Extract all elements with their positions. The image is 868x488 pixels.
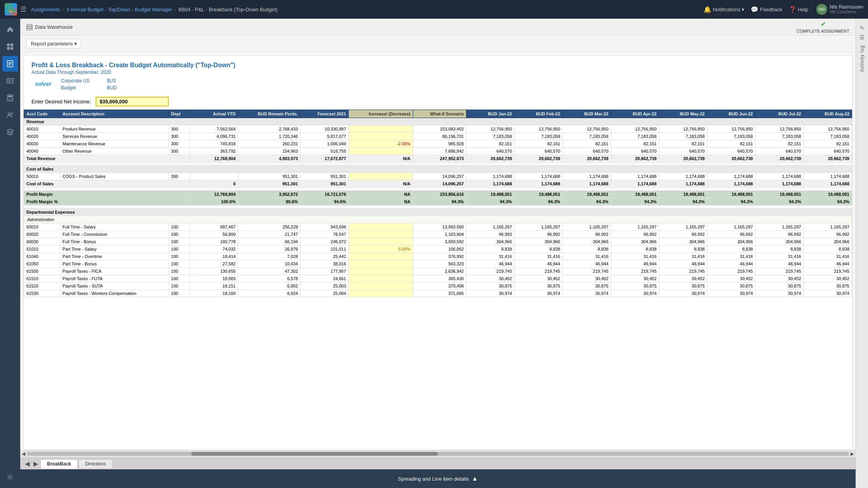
sidebar (0, 19, 20, 488)
col-actual-ytd: Actual YTD (190, 110, 238, 118)
activity-log-label: Activity log (859, 45, 865, 72)
table-row: 50010 COGS - Product Sales 300 951,301 9… (24, 173, 852, 180)
sidebar-item-people[interactable] (2, 107, 18, 123)
chevron-down-icon: ▾ (742, 7, 744, 12)
spreading-label: Spreading and Line item details (398, 476, 469, 482)
user-section[interactable]: NR Nils Rasmussen Nils CorpDemo (811, 4, 863, 15)
table-row: 60010 Full Time - Salary 100 687,467 256… (24, 223, 852, 231)
svg-point-17 (8, 98, 9, 99)
tab-nav-left[interactable]: ◀ (23, 460, 31, 467)
sidebar-item-calculator[interactable] (2, 90, 18, 106)
breadcrumb-budget[interactable]: 3 Annual Budget - Top/Down - Budget Mana… (66, 7, 172, 12)
net-income-label: Enter Desired Net Income: (31, 99, 91, 105)
complete-assignment-button[interactable]: ✔ COMPLETE ASSIGNMENT (796, 21, 849, 33)
sidebar-item-layers[interactable] (2, 124, 18, 140)
svg-point-23 (8, 113, 10, 115)
sidebar-item-table[interactable] (2, 73, 18, 89)
breadcrumb-sep-2: › (175, 7, 176, 12)
cost-of-sales-section-header: Cost of Sales (24, 166, 852, 173)
activity-log-panel: ✎ ☰ Activity log (856, 19, 868, 488)
svg-rect-6 (10, 47, 13, 50)
tab-breakback[interactable]: BreakBack (40, 459, 78, 469)
notifications-button[interactable]: 🔔 Notifications ▾ (704, 6, 745, 13)
toolbar-left: Data Warehouse (26, 24, 73, 30)
horizontal-scrollbar[interactable]: ◀ ▶ (20, 450, 856, 458)
svg-rect-26 (27, 24, 32, 26)
col-bud-remain: BUD Remain Perds. (238, 110, 300, 118)
sidebar-item-reports[interactable] (2, 56, 18, 71)
section-divider (24, 206, 852, 209)
breadcrumb-current: B604 - P&L - Breakback (Top-Down Budget) (178, 7, 278, 12)
table-row: 61010 Part Time - Salary 100 74,032 26,9… (24, 246, 852, 253)
scroll-thumb[interactable] (191, 452, 438, 456)
app-logo (5, 3, 17, 16)
toolbar: Data Warehouse ✔ COMPLETE ASSIGNMENT (20, 19, 856, 36)
nav-actions: 🔔 Notifications ▾ 💬 Feedback ❓ Help (704, 6, 809, 13)
feedback-button[interactable]: 💬 Feedback (751, 6, 782, 13)
col-bud-jun22: BUD Jun-22 (707, 110, 755, 118)
col-forecast-2021: Forecast 2021 (300, 110, 349, 118)
report-parameters-button[interactable]: Report parameters ▾ (26, 39, 81, 49)
hamburger-menu[interactable]: ☰ (20, 5, 26, 14)
company-info: solver Corporate US $US Budget BUD (31, 78, 844, 91)
table-row: 61050 Part Time - Bonus 100 27,582 10,43… (24, 260, 852, 268)
svg-point-24 (11, 113, 13, 114)
corporate-label: Corporate US (61, 78, 104, 84)
table-row: 40030 Maintenance Revenue 300 745,818 26… (24, 140, 852, 148)
report-container[interactable]: Profit & Loss Breakback - Create Budget … (23, 55, 852, 450)
svg-rect-11 (7, 78, 13, 83)
col-what-if: What-If Scenario (413, 110, 466, 118)
breadcrumb-assignments[interactable]: Assignments (31, 7, 60, 12)
svg-rect-27 (27, 26, 32, 28)
table-row: 60020 Full Time - Commission 100 56,800 … (24, 231, 852, 238)
user-name: Nils Rasmussen (830, 4, 863, 10)
report-parameters-bar: Report parameters ▾ (20, 36, 856, 52)
total-revenue-row: Total Revenue 12,768,904 4,903,973 17,67… (24, 155, 852, 162)
list-icon[interactable]: ☰ (859, 34, 865, 40)
solver-logo: solver (31, 78, 55, 90)
tab-nav-right[interactable]: ▶ (32, 460, 40, 467)
bottom-spreading-bar[interactable]: Spreading and Line item details ▲ (20, 469, 856, 488)
revenue-section-header: Revenue (24, 118, 852, 125)
sidebar-item-dashboard[interactable] (2, 39, 18, 54)
svg-point-22 (11, 99, 12, 100)
scroll-right-arrow[interactable]: ▶ (851, 451, 854, 457)
edit-icon[interactable]: ✎ (860, 25, 865, 31)
scroll-track[interactable] (27, 452, 849, 456)
report-tbody: Revenue 40010 Product Revenue 300 7,562,… (24, 118, 852, 297)
database-icon (26, 24, 33, 30)
scroll-left-arrow[interactable]: ◀ (22, 451, 25, 457)
svg-rect-5 (7, 47, 10, 50)
section-divider (24, 188, 852, 191)
svg-point-20 (8, 99, 9, 100)
feedback-icon: 💬 (751, 6, 758, 13)
profit-margin-row: Profit Margin 12,768,904 3,952,672 16,72… (24, 191, 852, 198)
svg-point-19 (11, 98, 12, 99)
report-title: Profit & Loss Breakback - Create Budget … (31, 62, 844, 69)
report-table: Acct Code Account Description Dept Actua… (24, 110, 852, 297)
user-org: Nils CorpDemo (830, 10, 863, 14)
sidebar-item-settings[interactable] (2, 469, 18, 485)
help-button[interactable]: ❓ Help (789, 6, 809, 13)
profit-margin-pct-row: Profit Margin % 100.0% 80.6% 94.6% NA 94… (24, 198, 852, 206)
table-row: 61500 Payroll Taxes - FICA 100 130,655 4… (24, 268, 852, 275)
company-details: Corporate US $US Budget BUD (61, 78, 117, 91)
table-row: 40020 Services Revenue 300 4,096,731 1,7… (24, 133, 852, 140)
col-dept: Dept (169, 110, 190, 118)
section-divider (24, 162, 852, 166)
sidebar-item-home[interactable] (2, 22, 18, 37)
svg-point-21 (10, 99, 10, 100)
net-income-row: Enter Desired Net Income: (24, 94, 852, 110)
col-acct-desc: Account Description (60, 110, 168, 118)
col-bud-jan22: BUD Jan-22 (466, 110, 515, 118)
col-bud-aug22: BUD Aug-22 (803, 110, 852, 118)
breadcrumb-sep-1: › (62, 7, 64, 12)
report-subtitle: Actual Data Through September, 2020 (31, 70, 844, 75)
top-navigation: ☰ Assignments › 3 Annual Budget - Top/Do… (0, 0, 868, 19)
col-increase-decrease: Increase/ (Decrease) (349, 110, 413, 118)
table-row: 40010 Product Revenue 300 7,562,564 2,76… (24, 125, 852, 133)
svg-rect-4 (10, 44, 13, 46)
tab-directions[interactable]: Directions (79, 459, 112, 468)
report-header: Profit & Loss Breakback - Create Budget … (24, 56, 852, 94)
net-income-input[interactable] (96, 97, 169, 106)
